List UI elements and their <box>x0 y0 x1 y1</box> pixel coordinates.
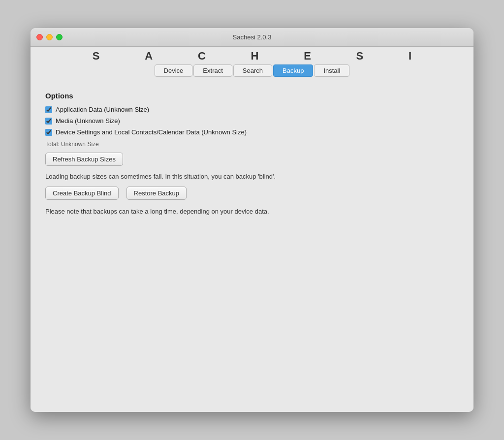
info-text: Loading backup sizes can sometimes fail.… <box>45 172 459 182</box>
tab-install[interactable]: Install <box>314 64 349 77</box>
minimize-button[interactable] <box>46 34 53 40</box>
total-label: Total: Unknown Size <box>45 141 459 148</box>
nav-letter-a: A <box>145 51 153 62</box>
checkbox-media[interactable]: Media (Unknown Size) <box>45 117 459 125</box>
checkbox-media-input[interactable] <box>45 118 52 125</box>
titlebar: Sachesi 2.0.3 <box>31 28 473 47</box>
checkbox-device-settings-input[interactable] <box>45 129 52 136</box>
tab-device[interactable]: Device <box>155 64 193 77</box>
window-title: Sachesi 2.0.3 <box>233 33 272 41</box>
blind-buttons: Create Backup Blind Restore Backup <box>45 187 459 200</box>
checkbox-app-data[interactable]: Application Data (Unknown Size) <box>45 106 459 113</box>
nav-letter-h-wrapper: H <box>251 51 259 62</box>
close-button[interactable] <box>36 34 43 40</box>
note-text: Please note that backups can take a long… <box>45 207 459 217</box>
restore-backup-button[interactable]: Restore Backup <box>126 187 187 200</box>
refresh-backup-sizes-button[interactable]: Refresh Backup Sizes <box>45 153 123 166</box>
nav-tabs: Device Extract Search Backup Install <box>31 63 473 82</box>
checkbox-app-data-label: Application Data (Unknown Size) <box>56 106 149 113</box>
checkbox-device-settings-label: Device Settings and Local Contacts/Calen… <box>56 128 247 136</box>
app-window: Sachesi 2.0.3 S A C H E S I Device Extra… <box>31 28 473 412</box>
tab-backup[interactable]: Backup <box>273 64 313 77</box>
nav-letter-i: I <box>409 51 411 62</box>
nav-letters: S A C H E S I <box>31 47 473 63</box>
nav-letter-c: C <box>198 51 206 62</box>
nav-letter-h: H <box>251 51 259 62</box>
checkbox-device-settings[interactable]: Device Settings and Local Contacts/Calen… <box>45 128 459 136</box>
tab-search[interactable]: Search <box>233 64 272 77</box>
checkbox-app-data-input[interactable] <box>45 106 52 113</box>
traffic-lights <box>36 34 63 40</box>
nav-letter-e: E <box>304 51 311 62</box>
checkbox-media-label: Media (Unknown Size) <box>56 117 120 125</box>
tab-extract[interactable]: Extract <box>193 64 232 77</box>
options-title: Options <box>45 92 459 100</box>
checkbox-group: Application Data (Unknown Size) Media (U… <box>45 106 459 136</box>
main-content: Options Application Data (Unknown Size) … <box>31 82 473 412</box>
maximize-button[interactable] <box>56 34 63 40</box>
nav-letter-s2: S <box>356 51 364 62</box>
create-backup-blind-button[interactable]: Create Backup Blind <box>45 187 119 200</box>
nav-letter-s: S <box>93 51 100 62</box>
